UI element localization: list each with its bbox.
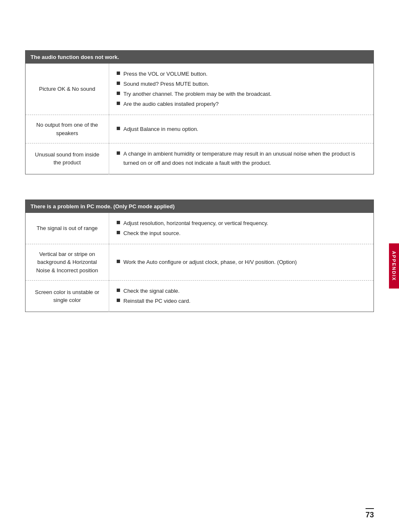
bullet-icon — [117, 82, 120, 85]
solution-cell: A change in ambient humidity or temperat… — [109, 143, 374, 174]
bullet-icon — [117, 231, 120, 234]
bullet-item: Adjust resolution, horizontal frequency,… — [117, 219, 366, 228]
table-row: The signal is out of range Adjust resolu… — [26, 213, 374, 244]
bullet-item: Sound muted? Press MUTE button. — [117, 79, 366, 89]
bullet-item: Try another channel. The problem may be … — [117, 90, 366, 99]
bullet-icon — [117, 151, 120, 155]
appendix-label: APPENDIX — [389, 243, 399, 289]
table-row: Picture OK & No sound Press the VOL or V… — [26, 64, 374, 115]
bullet-icon — [117, 260, 120, 263]
solution-cell: Work the Auto configure or adjust clock,… — [109, 244, 374, 281]
bullet-item: Check the signal cable. — [117, 286, 366, 296]
solution-cell: Check the signal cable. Reinstall the PC… — [109, 281, 374, 312]
bullet-item: Adjust Balance in menu option. — [117, 125, 366, 134]
solution-text: Press the VOL or VOLUME button. — [123, 69, 207, 79]
problem-label: Vertical bar or stripe on background & H… — [36, 251, 98, 274]
table-row: Vertical bar or stripe on background & H… — [26, 244, 374, 281]
solution-text: Check the signal cable. — [123, 286, 179, 296]
bullet-icon — [117, 289, 120, 292]
bullet-icon — [117, 221, 120, 224]
problem-label: Picture OK & No sound — [39, 86, 95, 92]
problem-label: No output from one of the speakers — [36, 122, 98, 136]
solution-text: Work the Auto configure or adjust clock,… — [123, 258, 297, 267]
page-content: The audio function does not work. Pictur… — [0, 0, 399, 362]
bullet-item: Are the audio cables installed properly? — [117, 100, 366, 109]
bullet-icon — [117, 127, 120, 130]
solution-text: Reinstall the PC video card. — [123, 297, 190, 306]
page-number-line — [366, 508, 374, 509]
problem-label: Unusual sound from inside the product — [35, 151, 100, 166]
pcmode-table: There is a problem in PC mode. (Only PC … — [25, 200, 374, 312]
problem-cell: The signal is out of range — [26, 213, 109, 244]
table-row: Screen color is unstable or single color… — [26, 281, 374, 312]
bullet-icon — [117, 92, 120, 95]
solution-cell: Adjust Balance in menu option. — [109, 115, 374, 143]
solution-text: Sound muted? Press MUTE button. — [123, 79, 209, 89]
page-number: 73 — [366, 511, 374, 519]
solution-text: Are the audio cables installed properly? — [123, 100, 219, 109]
solution-text: Check the input source. — [123, 229, 181, 238]
solution-text: A change in ambient humidity or temperat… — [123, 149, 366, 168]
table-row: No output from one of the speakers Adjus… — [26, 115, 374, 143]
bullet-item: A change in ambient humidity or temperat… — [117, 149, 366, 168]
problem-cell: Screen color is unstable or single color — [26, 281, 109, 312]
audio-table-header: The audio function does not work. — [26, 51, 374, 64]
solution-text: Try another channel. The problem may be … — [123, 90, 271, 99]
problem-cell: No output from one of the speakers — [26, 115, 109, 143]
solution-text: Adjust resolution, horizontal frequency,… — [123, 219, 268, 228]
table-row: Unusual sound from inside the product A … — [26, 143, 374, 174]
problem-label: The signal is out of range — [37, 225, 98, 231]
solution-cell: Press the VOL or VOLUME button. Sound mu… — [109, 64, 374, 115]
bullet-icon — [117, 102, 120, 105]
audio-table: The audio function does not work. Pictur… — [25, 50, 374, 174]
bullet-icon — [117, 299, 120, 302]
problem-label: Screen color is unstable or single color — [35, 289, 100, 304]
bullet-item: Reinstall the PC video card. — [117, 297, 366, 306]
pcmode-table-header: There is a problem in PC mode. (Only PC … — [26, 200, 374, 213]
bullet-icon — [117, 72, 120, 75]
problem-cell: Vertical bar or stripe on background & H… — [26, 244, 109, 281]
bullet-item: Press the VOL or VOLUME button. — [117, 69, 366, 79]
problem-cell: Unusual sound from inside the product — [26, 143, 109, 174]
solution-text: Adjust Balance in menu option. — [123, 125, 198, 134]
bullet-item: Work the Auto configure or adjust clock,… — [117, 258, 366, 267]
bullet-item: Check the input source. — [117, 229, 366, 238]
page-number-container: 73 — [366, 508, 374, 519]
solution-cell: Adjust resolution, horizontal frequency,… — [109, 213, 374, 244]
problem-cell: Picture OK & No sound — [26, 64, 109, 115]
